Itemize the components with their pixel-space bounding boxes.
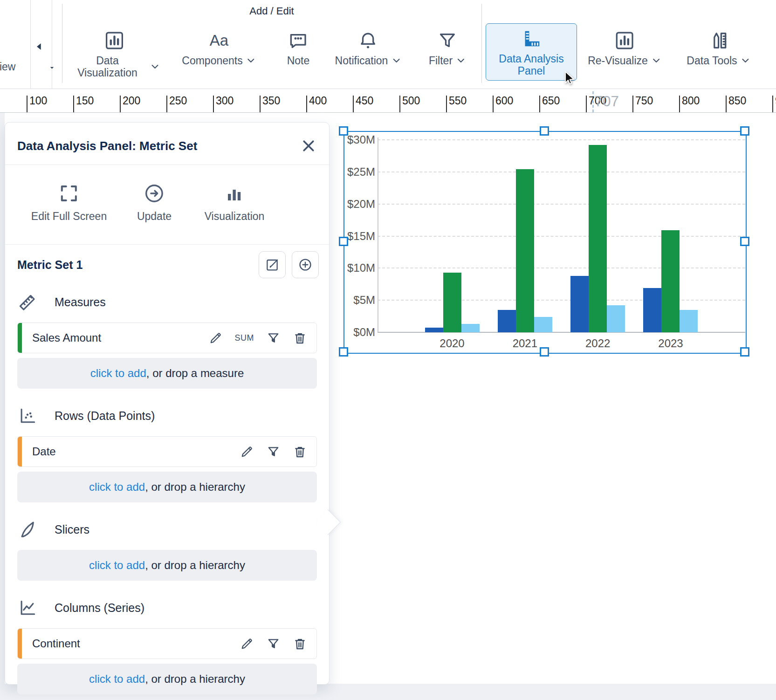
- ruler-tick-label: 350: [262, 95, 280, 107]
- ruler-tick: [73, 96, 74, 112]
- edit-field-icon[interactable]: [240, 445, 254, 459]
- ruler-tick-label: 550: [449, 95, 467, 107]
- delete-field-icon[interactable]: [293, 445, 307, 459]
- filter-field-icon[interactable]: [266, 637, 281, 651]
- field-accent-bar: [18, 629, 22, 659]
- click-to-add-link[interactable]: click to add: [89, 673, 145, 686]
- ruler-tick-label: 500: [402, 95, 420, 107]
- toolbar-item-note[interactable]: Note: [287, 30, 310, 67]
- collapse-ribbon-icon[interactable]: [34, 41, 46, 53]
- funnel-icon: [437, 30, 458, 51]
- top-toolbar: View Add / Edit Data VisualizationAaComp…: [0, 0, 776, 89]
- ruler-tick: [586, 96, 587, 112]
- field-name: Continent: [32, 637, 240, 650]
- edit-field-icon[interactable]: [240, 637, 254, 651]
- field-continent[interactable]: Continent: [17, 628, 317, 659]
- edit-metric-set-button[interactable]: [259, 251, 286, 278]
- ruler-tick: [27, 96, 27, 112]
- drop-placeholder: click to add, or drop a hierarchy: [17, 472, 317, 502]
- section-rows-data-points: Rows (Data Points): [17, 405, 317, 426]
- chevron-down-icon: [246, 55, 256, 66]
- bars-icon: [223, 182, 246, 205]
- view-tab-label[interactable]: View: [0, 61, 15, 73]
- toolbar-item-data-tools[interactable]: Data Tools: [687, 30, 750, 67]
- resize-handle[interactable]: [339, 237, 348, 246]
- visualization-button[interactable]: Visualization: [205, 182, 265, 223]
- section-label: Rows (Data Points): [55, 409, 155, 423]
- ruler-tick-label: 600: [495, 95, 513, 107]
- edit-field-icon[interactable]: [208, 331, 223, 345]
- delete-field-icon[interactable]: [293, 637, 307, 651]
- ruler-tick: [306, 96, 307, 112]
- line-chart-icon: [17, 597, 38, 618]
- toolbar-item-label: Notification: [335, 55, 388, 67]
- resize-handle[interactable]: [740, 237, 749, 246]
- field-sales-amount[interactable]: Sales AmountSUM: [17, 323, 317, 353]
- panel-action-bar: Edit Full ScreenUpdateVisualization: [5, 165, 329, 245]
- update-button[interactable]: Update: [137, 182, 172, 223]
- resize-handle[interactable]: [740, 126, 749, 136]
- close-icon[interactable]: [300, 137, 317, 154]
- ruler-tick-label: 150: [76, 95, 94, 107]
- toolbar-item-components[interactable]: AaComponents: [182, 30, 256, 67]
- drop-placeholder: click to add, or drop a hierarchy: [17, 664, 317, 694]
- field-date[interactable]: Date: [17, 436, 317, 467]
- ruler-tick-label: 650: [542, 95, 560, 107]
- toolbar-item-label: Components: [182, 55, 242, 67]
- resize-handle[interactable]: [540, 347, 549, 357]
- click-to-add-link[interactable]: click to add: [89, 480, 145, 494]
- resize-handle[interactable]: [740, 347, 749, 357]
- resize-handle[interactable]: [339, 126, 348, 136]
- toolbar-item-data-visualization[interactable]: Data Visualization: [69, 30, 160, 79]
- action-label: Visualization: [205, 210, 265, 223]
- section-columns-series: Columns (Series): [17, 597, 317, 618]
- aggregation-label[interactable]: SUM: [235, 333, 254, 343]
- toolbar-item-label: Note: [287, 55, 310, 67]
- field-name: Date: [32, 445, 240, 458]
- filter-field-icon[interactable]: [266, 445, 281, 459]
- resize-handle[interactable]: [339, 347, 348, 357]
- toolbar-item-re-visualize[interactable]: Re-Visualize: [588, 30, 661, 67]
- placeholder-text: , or drop a hierarchy: [145, 673, 245, 686]
- delete-field-icon[interactable]: [293, 331, 307, 345]
- panel-title: Data Analysis Panel: Metric Set: [17, 139, 197, 153]
- ruler-tick-label: 450: [356, 95, 373, 107]
- pencil-ruler-icon: [708, 30, 729, 51]
- ruler-tick: [493, 96, 494, 112]
- toolbar-group-separator: [62, 4, 62, 83]
- toolbar-item-filter[interactable]: Filter: [429, 30, 466, 67]
- ruler-tick: [399, 96, 400, 112]
- click-to-add-link[interactable]: click to add: [90, 367, 146, 380]
- panel-header: Data Analysis Panel: Metric Set: [5, 123, 329, 165]
- ruler-tick-label: 800: [682, 95, 700, 107]
- ruler-tick-label: 400: [309, 95, 327, 107]
- ruler-tick: [260, 96, 261, 112]
- chevron-down-icon: [391, 55, 401, 66]
- caret-down-icon[interactable]: [48, 64, 55, 71]
- action-label: Edit Full Screen: [31, 210, 107, 223]
- ruler-tick: [632, 96, 633, 112]
- selection-outline[interactable]: [343, 131, 747, 354]
- field-name: Sales Amount: [32, 331, 208, 344]
- canvas-workspace[interactable]: $30M$25M$20M$15M$10M$5M$0M20202021202220…: [0, 112, 776, 700]
- cursor-position-readout: 707: [595, 93, 619, 110]
- toolbar-group-separator: [481, 4, 482, 83]
- toolbar-item-label: Data Tools: [687, 55, 737, 67]
- toolbar-item-label: Data Visualization: [69, 55, 147, 79]
- field-accent-bar: [18, 323, 22, 353]
- ruler-tick-label: 100: [29, 95, 47, 107]
- ruler-tick: [726, 96, 727, 112]
- add-metric-set-button[interactable]: [292, 251, 319, 278]
- ruler-tick: [213, 96, 214, 112]
- section-label: Columns (Series): [55, 601, 144, 615]
- ruler-tick-label: 300: [216, 95, 233, 107]
- ruler-tick: [539, 96, 540, 112]
- filter-field-icon[interactable]: [266, 331, 281, 345]
- chart-box-icon: [103, 30, 125, 51]
- ruler-tick-label: 250: [169, 95, 187, 107]
- toolbar-item-notification[interactable]: Notification: [335, 30, 402, 67]
- resize-handle[interactable]: [540, 126, 549, 136]
- edit-full-screen-button[interactable]: Edit Full Screen: [31, 182, 107, 223]
- comment-icon: [288, 30, 309, 51]
- click-to-add-link[interactable]: click to add: [89, 559, 145, 572]
